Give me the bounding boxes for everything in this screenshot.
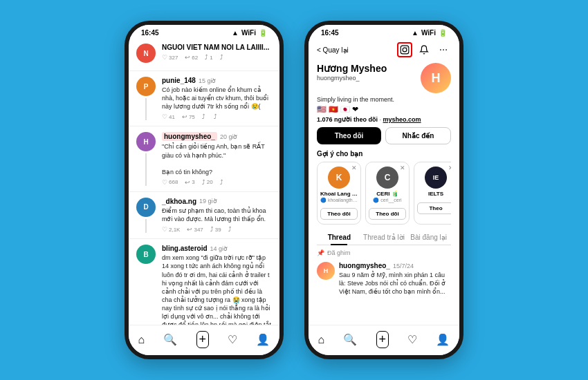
suggestion-name: CERI 🧃: [369, 191, 406, 197]
suggestion-follow-btn[interactable]: Theo: [417, 202, 451, 214]
post-text: "Chỉ cần giỏi tiếng Anh, bạn sẽ RẤT giàu…: [162, 142, 273, 176]
action-item[interactable]: ♡ 327: [162, 54, 178, 61]
post-time: 19 giờ: [199, 198, 217, 205]
suggestion-close[interactable]: ✕: [351, 164, 357, 171]
suggestion-avatar: K: [328, 167, 350, 189]
suggestion-follow-btn[interactable]: Theo dõi: [369, 208, 406, 220]
more-icon: [439, 45, 448, 55]
profile-main: Hương Mysheo huongmysheo_ H Simply livin…: [309, 60, 459, 325]
header-icons: [397, 42, 451, 57]
pp-username[interactable]: huongmysheo_: [339, 262, 390, 269]
suggestion-handle: 🔵 khoailangthang: [320, 198, 358, 203]
post-header: huongmysheo_ 20 giờ: [162, 132, 273, 141]
action-count: 39: [215, 227, 221, 233]
nav-profile-2[interactable]: 👤: [436, 333, 450, 346]
nav-compose-1[interactable]: +: [196, 331, 210, 348]
action-item[interactable]: ↩ 347: [187, 226, 203, 233]
avatar-col: H: [136, 132, 156, 186]
action-count: 41: [169, 114, 175, 120]
action-item[interactable]: ↩ 62: [185, 54, 198, 61]
avatar-col: D: [136, 198, 156, 233]
suggestion-close[interactable]: ✕: [400, 164, 405, 171]
nav-likes-1[interactable]: ♡: [228, 333, 237, 346]
suggestion-name: IELTS: [417, 191, 451, 197]
share-action[interactable]: ⤴: [228, 226, 232, 233]
more-icon-button[interactable]: [436, 42, 451, 57]
post-time: 20 giờ: [220, 133, 238, 140]
action-icon: ♡: [162, 113, 167, 120]
svg-point-1: [403, 48, 407, 52]
action-item[interactable]: ♡ 2,1K: [162, 226, 180, 233]
suggestion-card: ✕ C CERI 🧃 🔵 ceri__ceri Theo dõi: [365, 162, 410, 225]
post-username[interactable]: punie_148: [162, 77, 196, 84]
action-item[interactable]: ♡ 668: [162, 179, 178, 186]
action-item[interactable]: ⤴ 1: [205, 54, 212, 61]
status-icons-1: ▲ WiFi 🔋: [232, 29, 267, 37]
phone-2: 16:45 ▲ WiFi 🔋 < Quay lại: [304, 21, 463, 359]
post-text: Có job nào kiếm online ổn khum cả nhà, h…: [162, 86, 273, 111]
action-icon: ⤴: [205, 54, 208, 61]
feed-content: N NGUOI VIET NAM NOI LA LAIIII... ♡ 327 …: [129, 38, 279, 325]
post-username[interactable]: _dkhoa.ng: [162, 198, 196, 205]
action-item[interactable]: ↩ 3: [185, 179, 194, 186]
action-count: 668: [169, 179, 178, 185]
avatar: N: [136, 44, 156, 63]
thread-post: P punie_148 15 giờ Có job nào kiếm onlin…: [129, 71, 279, 126]
suggestion-card: ✕ IE IELTS Theo: [414, 162, 451, 225]
thread-line: [145, 153, 147, 186]
post-header: bling.asteroid 14 giờ: [162, 245, 273, 252]
profile-flags: 🇺🇸 🇻🇳 🇯🇵 ❤: [317, 105, 451, 114]
tab-item[interactable]: Thread: [317, 230, 362, 245]
nav-home-2[interactable]: ⌂: [318, 334, 325, 346]
nav-search-1[interactable]: 🔍: [163, 333, 177, 346]
action-item[interactable]: ⤴ 39: [210, 226, 221, 233]
suggestion-avatar: IE: [425, 167, 447, 189]
pp-text: Sau 9 năm ở Mỹ, mình xin phán 1 câu là: …: [339, 271, 451, 296]
status-icons-2: ▲ WiFi 🔋: [412, 29, 447, 37]
nav-search-2[interactable]: 🔍: [343, 333, 357, 346]
back-button[interactable]: < Quay lại: [317, 46, 349, 54]
action-item[interactable]: ♡ 41: [162, 113, 175, 120]
tabs-row: ThreadThread trả lờiBài đăng lại: [317, 230, 451, 245]
share-action[interactable]: ⤴: [220, 54, 223, 61]
post-username[interactable]: NGUOI VIET NAM NOI LA LAIIII...: [162, 44, 269, 51]
profile-post: H huongmysheo_ 15/7/24 Sau 9 năm ở Mỹ, m…: [317, 259, 451, 298]
instagram-icon-button[interactable]: [397, 42, 412, 57]
avatar: H: [136, 132, 156, 151]
share-action[interactable]: ⤴: [220, 179, 223, 186]
action-item[interactable]: ⤴ 20: [202, 179, 213, 186]
action-item[interactable]: ↩ 75: [182, 113, 195, 120]
avatar: B: [136, 245, 156, 264]
time-1: 16:45: [141, 29, 159, 37]
post-content: punie_148 15 giờ Có job nào kiếm online …: [162, 77, 273, 120]
post-content: _dkhoa.ng 19 giờ Điểm sư phạm thi cao, t…: [162, 198, 273, 233]
suggestion-close[interactable]: ✕: [448, 164, 451, 171]
nav-likes-2[interactable]: ♡: [407, 333, 417, 346]
post-username[interactable]: huongmysheo_: [162, 132, 217, 141]
tab-item[interactable]: Thread trả lời: [362, 230, 407, 245]
pp-content: huongmysheo_ 15/7/24 Sau 9 năm ở Mỹ, mìn…: [339, 262, 451, 296]
post-content: bling.asteroid 14 giờ dm xem xong "đi gi…: [162, 245, 273, 325]
instagram-icon: [400, 45, 410, 55]
post-username[interactable]: bling.asteroid: [162, 245, 208, 252]
nav-home-1[interactable]: ⌂: [138, 334, 145, 346]
tab-item[interactable]: Bài đăng lại: [406, 230, 451, 245]
suggestions-row: ✕ K Khoai Lang Tha... 🔵 khoailangthang T…: [317, 162, 451, 225]
action-count: 75: [189, 114, 195, 120]
thread-post: D _dkhoa.ng 19 giờ Điểm sư phạm thi cao,…: [129, 192, 279, 239]
action-item[interactable]: ⤴: [202, 113, 207, 120]
nav-compose-2[interactable]: +: [376, 331, 389, 348]
post-header: punie_148 15 giờ: [162, 77, 273, 84]
suggestion-avatar: C: [376, 167, 398, 189]
share-action[interactable]: ⤴: [214, 113, 217, 120]
svg-rect-0: [401, 46, 409, 54]
follow-button[interactable]: Theo dõi: [317, 127, 381, 144]
bottom-nav-1: ⌂ 🔍 + ♡ 👤: [129, 325, 279, 355]
nav-profile-1[interactable]: 👤: [256, 333, 270, 346]
action-icon: ↩: [185, 179, 190, 186]
action-count: 347: [194, 227, 203, 233]
notify-button[interactable]: Nhắc đến: [385, 127, 451, 144]
suggestion-follow-btn[interactable]: Theo dõi: [320, 208, 358, 220]
bell-icon-button[interactable]: [416, 42, 432, 57]
post-content: NGUOI VIET NAM NOI LA LAIIII... ♡ 327 ↩ …: [162, 44, 273, 65]
